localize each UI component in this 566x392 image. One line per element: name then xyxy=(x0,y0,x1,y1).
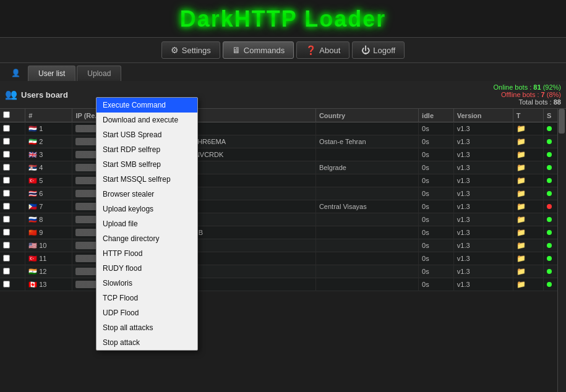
table-row[interactable]: 🇨🇦 13 174.1... CL-T202-191CN 0s v1.3 📁 xyxy=(0,278,566,291)
scrollbar-thumb[interactable] xyxy=(559,109,565,134)
row-version: v1.3 xyxy=(453,226,513,239)
folder-icon: 📁 xyxy=(517,124,526,133)
folder-icon: 📁 xyxy=(517,137,526,146)
table-row[interactable]: 🇵🇭 7 58.69... OPERATOR-PC Central Visaya… xyxy=(0,200,566,213)
table-row[interactable]: 🇮🇷 2 45.15... ████WIN-KUKQOHR6EMA Ostan-… xyxy=(0,135,566,148)
dropdown-item[interactable]: Slowloris xyxy=(96,276,197,291)
row-country xyxy=(315,213,418,226)
users-icon: 👥 xyxy=(5,88,17,101)
main-content: # IP (Re... Computer name Country idle V… xyxy=(0,109,566,392)
row-idle: 0s xyxy=(419,252,454,265)
folder-icon: 📁 xyxy=(517,254,526,263)
row-idle: 0s xyxy=(419,278,454,291)
row-checkbox[interactable] xyxy=(0,278,25,291)
row-checkbox[interactable] xyxy=(0,135,25,148)
total-bots-label: Total bots : 88 xyxy=(518,98,561,106)
row-idle: 0s xyxy=(419,148,454,161)
about-button[interactable]: ❓ About xyxy=(296,41,349,59)
dropdown-item[interactable]: UDP Flood xyxy=(96,305,197,320)
dropdown-item[interactable]: Start MSSQL selfrep xyxy=(96,172,197,187)
row-country xyxy=(315,122,418,135)
table-row[interactable]: 🇹🇷 11 92.42... INT-281 0s v1.3 📁 xyxy=(0,252,566,265)
row-idle: 0s xyxy=(419,213,454,226)
row-checkbox[interactable] xyxy=(0,226,25,239)
row-flag: 🇹🇭 6 xyxy=(25,187,72,200)
settings-button[interactable]: ⚙ Settings xyxy=(161,41,220,59)
row-t: 📁 xyxy=(513,135,543,148)
table-row[interactable]: 🇳🇱 1 190.1... ████-C7-U24 0s v1.3 📁 xyxy=(0,122,566,135)
app-header: DarkHTTP Loader xyxy=(0,0,566,37)
row-checkbox[interactable] xyxy=(0,265,25,278)
row-checkbox[interactable] xyxy=(0,252,25,265)
row-checkbox[interactable] xyxy=(0,239,25,252)
dropdown-item[interactable]: Start SMB selfrep xyxy=(96,157,197,172)
status-dot xyxy=(547,165,552,170)
about-icon: ❓ xyxy=(306,45,316,55)
users-board-title: Users board xyxy=(21,90,68,100)
row-country xyxy=(315,252,418,265)
row-idle: 0s xyxy=(419,226,454,239)
dropdown-item[interactable]: Upload file xyxy=(96,216,197,231)
row-idle: 0s xyxy=(419,161,454,174)
table-row[interactable]: 🇹🇭 6 119.5... WIN-VF8DR62C3L2 0s v1.3 📁 xyxy=(0,187,566,200)
tab-upload[interactable]: Upload xyxy=(77,66,121,81)
dropdown-item[interactable]: Start USB Spread xyxy=(96,127,197,142)
folder-icon: 📁 xyxy=(517,202,526,211)
row-version: v1.3 xyxy=(453,278,513,291)
row-checkbox[interactable] xyxy=(0,148,25,161)
folder-icon: 📁 xyxy=(517,228,526,237)
tab-bar: 👤 User list Upload xyxy=(0,63,566,81)
dropdown-item[interactable]: TCP Flood xyxy=(96,291,197,305)
dropdown-item[interactable]: RUDY flood xyxy=(96,261,197,276)
row-idle: 0s xyxy=(419,122,454,135)
row-country xyxy=(315,239,418,252)
commands-button[interactable]: 🖥 Commands xyxy=(223,41,294,59)
col-version: Version xyxy=(453,109,513,122)
row-checkbox[interactable] xyxy=(0,187,25,200)
dropdown-item[interactable]: HTTP Flood xyxy=(96,246,197,261)
table-row[interactable]: 🇺🇸 10 169.5... SERVER 0s v1.3 📁 xyxy=(0,239,566,252)
dropdown-item[interactable]: Change directory xyxy=(96,231,197,246)
col-num: # xyxy=(25,109,72,122)
dropdown-item[interactable]: Stop attack xyxy=(96,335,197,350)
row-flag: 🇹🇷 11 xyxy=(25,252,72,265)
status-dot xyxy=(547,191,552,196)
col-country: Country xyxy=(315,109,418,122)
online-bots-label: Online bots : 81 (92%) xyxy=(494,83,561,91)
row-checkbox[interactable] xyxy=(0,200,25,213)
folder-icon: 📁 xyxy=(517,267,526,276)
row-checkbox[interactable] xyxy=(0,174,25,187)
status-dot xyxy=(547,152,552,157)
scrollbar-track[interactable] xyxy=(557,109,566,392)
table-row[interactable]: 🇷🇺 8 185.5... WIN-4IPT4GHI60E 0s v1.3 📁 xyxy=(0,213,566,226)
folder-icon: 📁 xyxy=(517,163,526,172)
row-version: v1.3 xyxy=(453,252,513,265)
status-dot xyxy=(547,230,552,235)
row-flag: 🇮🇷 2 xyxy=(25,135,72,148)
row-flag: 🇨🇦 13 xyxy=(25,278,72,291)
dropdown-item[interactable]: Execute Command xyxy=(96,98,197,113)
row-flag: 🇨🇳 9 xyxy=(25,226,72,239)
dropdown-item[interactable]: Upload keylogs xyxy=(96,202,197,216)
table-row[interactable]: 🇮🇳 12 103.1... JACKFRUIT-AI-0 0s v1.3 📁 xyxy=(0,265,566,278)
command-dropdown-menu[interactable]: Execute CommandDownload and executeStart… xyxy=(96,97,198,351)
row-checkbox[interactable] xyxy=(0,161,25,174)
row-checkbox[interactable] xyxy=(0,122,25,135)
table-row[interactable]: 🇹🇷 5 83.15... WIN-I0H095Q10J7 0s v1.3 📁 xyxy=(0,174,566,187)
logoff-button[interactable]: ⏻ Logoff xyxy=(352,41,405,59)
row-country xyxy=(315,265,418,278)
dropdown-item[interactable]: Browser stealer xyxy=(96,187,197,202)
dropdown-item[interactable]: Start RDP selfrep xyxy=(96,142,197,157)
row-t: 📁 xyxy=(513,174,543,187)
row-country xyxy=(315,148,418,161)
table-row[interactable]: 🇨🇳 9 43.23... WIN-M3QDS2QQ5UB 0s v1.3 📁 xyxy=(0,226,566,239)
row-idle: 0s xyxy=(419,265,454,278)
select-all-checkbox[interactable] xyxy=(3,111,10,118)
dropdown-item[interactable]: Download and execute xyxy=(96,113,197,127)
row-flag: 🇷🇸 4 xyxy=(25,161,72,174)
dropdown-item[interactable]: Stop all attacks xyxy=(96,320,197,335)
tab-userlist[interactable]: User list xyxy=(28,66,75,81)
table-row[interactable]: 🇷🇸 4 77.10... ████TEST Belgrade 0s v1.3 … xyxy=(0,161,566,174)
row-checkbox[interactable] xyxy=(0,213,25,226)
table-row[interactable]: 🇬🇧 3 62.67... ████WIN-0LOG0NVCRDK 0s v1.… xyxy=(0,148,566,161)
